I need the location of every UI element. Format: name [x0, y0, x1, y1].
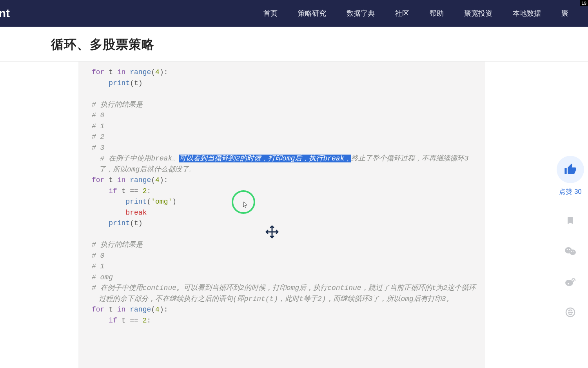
- svg-point-3: [567, 249, 568, 250]
- weibo-icon[interactable]: [564, 275, 577, 288]
- nav-invest[interactable]: 聚宽投资: [464, 9, 492, 18]
- comment-result: # 执行的结果是: [92, 101, 143, 109]
- svg-point-4: [569, 249, 570, 250]
- like-button[interactable]: [557, 156, 584, 183]
- floating-sidebar: 点赞 30: [557, 156, 584, 319]
- svg-point-8: [567, 282, 570, 285]
- nav-home[interactable]: 首页: [263, 9, 278, 18]
- share-icon[interactable]: [564, 306, 577, 319]
- like-count-label: 点赞 30: [559, 187, 582, 196]
- title-bar: 循环、多股票策略: [0, 27, 588, 62]
- notification-badge[interactable]: 19: [580, 0, 588, 6]
- nav-strategy[interactable]: 策略研究: [298, 9, 326, 18]
- keyword-for: for: [92, 68, 104, 76]
- code-block[interactable]: for t in range(4): print(t) # 执行的结果是 # 0…: [78, 62, 485, 368]
- nav-more[interactable]: 聚: [561, 9, 568, 18]
- logo: ant: [0, 7, 10, 20]
- svg-point-6: [573, 251, 574, 252]
- keyword-break: break: [125, 209, 147, 217]
- nav-help[interactable]: 帮助: [430, 9, 444, 18]
- highlighted-text[interactable]: 可以看到当循环到2的时候，打印omg后，执行break，: [179, 155, 351, 162]
- wechat-icon[interactable]: [564, 245, 577, 257]
- comment-continue: # 在例子中使用continue。可以看到当循环到2的时候，打印omg后，执行c…: [92, 283, 477, 304]
- nav-menu: 首页 策略研究 数据字典 社区 帮助 聚宽投资 本地数据 聚: [263, 9, 588, 18]
- top-navigation-bar: ant 首页 策略研究 数据字典 社区 帮助 聚宽投资 本地数据 聚 19: [0, 0, 588, 27]
- bookmark-icon[interactable]: [564, 214, 577, 227]
- svg-point-5: [571, 251, 572, 252]
- nav-data-dict[interactable]: 数据字典: [347, 9, 375, 18]
- nav-local-data[interactable]: 本地数据: [513, 9, 541, 18]
- page-title: 循环、多股票策略: [51, 36, 588, 53]
- nav-community[interactable]: 社区: [395, 9, 409, 18]
- content-area: for t in range(4): print(t) # 执行的结果是 # 0…: [0, 62, 588, 368]
- svg-point-2: [570, 250, 576, 255]
- comment-break: # 在例子中使用break。可以看到当循环到2的时候，打印omg后，执行brea…: [92, 153, 477, 175]
